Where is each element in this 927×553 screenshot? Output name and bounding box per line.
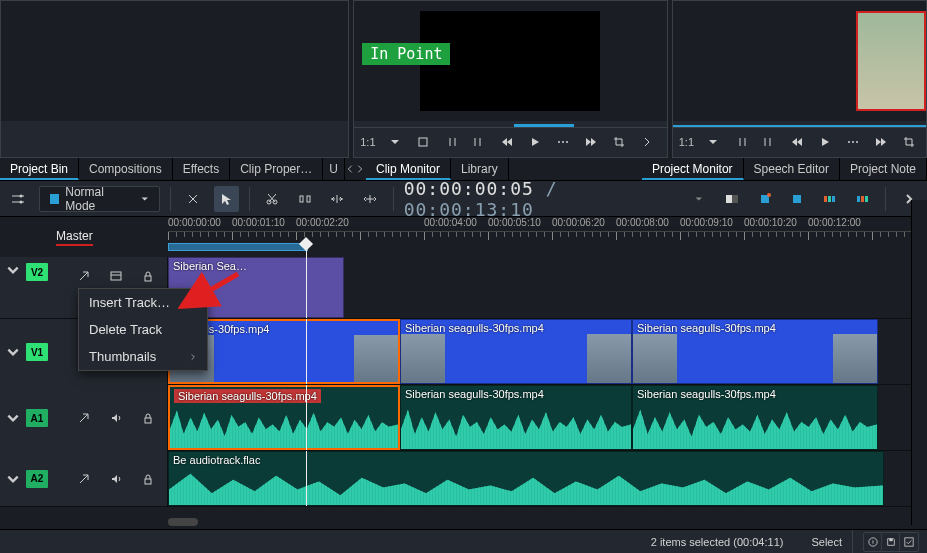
track-context-menu: Insert Track… Delete Track Thumbnails	[78, 288, 208, 371]
svg-rect-23	[865, 196, 868, 202]
edit-mode-select[interactable]: Normal Mode	[39, 186, 160, 212]
lock-icon[interactable]	[135, 263, 161, 289]
track-label: V2	[26, 263, 48, 281]
more-icon[interactable]	[552, 131, 574, 153]
tabs-next-icon[interactable]	[355, 158, 365, 180]
clip-monitor-ruler[interactable]	[354, 121, 666, 127]
rewind-icon[interactable]	[496, 131, 518, 153]
visibility-icon[interactable]	[103, 263, 129, 289]
timeline-clip[interactable]: Siberian seagulls-30fps.mp4	[632, 385, 878, 450]
project-bin-panel	[0, 0, 349, 158]
waveform	[633, 400, 877, 449]
playhead-line	[306, 257, 307, 318]
playhead-line	[306, 319, 307, 384]
ctx-thumbnails[interactable]: Thumbnails	[79, 343, 207, 370]
timeline-ruler[interactable]: 00:00:00:0000:00:01:1000:00:02:2000:00:0…	[168, 217, 927, 257]
mute-icon[interactable]	[103, 466, 129, 492]
svg-rect-22	[861, 196, 864, 202]
marker-back-icon[interactable]	[440, 131, 462, 153]
marker-fwd-icon[interactable]	[758, 131, 780, 153]
zone-tool-icon[interactable]	[719, 186, 744, 212]
zoom-label: 1:1	[360, 136, 375, 148]
lock-icon[interactable]	[135, 466, 161, 492]
palette-icon[interactable]	[818, 186, 843, 212]
play-icon[interactable]	[814, 131, 836, 153]
panel-next-icon[interactable]	[636, 131, 658, 153]
forward-icon[interactable]	[580, 131, 602, 153]
ctx-delete-track[interactable]: Delete Track	[79, 316, 207, 343]
favorite2-icon[interactable]	[785, 186, 810, 212]
tab-clip-properties[interactable]: Clip Proper…	[230, 158, 323, 180]
track-lane-v2[interactable]: Siberian Sea…	[168, 257, 927, 318]
timeline-horizontal-scrollbar[interactable]	[168, 517, 901, 527]
timeline-clip[interactable]: Siberian seagulls-30fps.mp4	[400, 319, 632, 384]
master-label[interactable]: Master	[56, 229, 93, 246]
clip-thumbnail	[401, 334, 445, 383]
forward-icon[interactable]	[870, 131, 892, 153]
tab-compositions[interactable]: Compositions	[79, 158, 173, 180]
chevron-down-icon[interactable]	[694, 194, 704, 204]
collapse-icon[interactable]	[6, 472, 20, 486]
tab-effects[interactable]: Effects	[173, 158, 230, 180]
svg-rect-13	[726, 195, 732, 203]
ctx-insert-track[interactable]: Insert Track…	[79, 289, 207, 316]
play-icon[interactable]	[524, 131, 546, 153]
save-icon[interactable]	[882, 533, 900, 551]
svg-rect-30	[905, 537, 913, 545]
insert-icon[interactable]	[325, 186, 350, 212]
effects-icon[interactable]	[71, 466, 97, 492]
zoom-dropdown-icon[interactable]	[702, 131, 724, 153]
ctx-label: Insert Track…	[89, 295, 170, 310]
collapse-icon[interactable]	[6, 411, 20, 425]
track-header-a1[interactable]: A1	[0, 385, 168, 451]
set-in-icon[interactable]	[412, 131, 434, 153]
ruler-label: 00:00:08:00	[616, 217, 669, 228]
razor-icon[interactable]	[181, 186, 206, 212]
marker-fwd-icon[interactable]	[468, 131, 490, 153]
timeline-clip[interactable]: Siberian seagulls-30fps.mp4	[168, 385, 400, 450]
tab-project-notes[interactable]: Project Note	[840, 158, 927, 180]
rewind-icon[interactable]	[786, 131, 808, 153]
timeline-master-header: Master	[0, 217, 168, 257]
crop-icon[interactable]	[608, 131, 630, 153]
spacer-icon[interactable]	[292, 186, 317, 212]
zoom-dropdown-icon[interactable]	[384, 131, 406, 153]
track-lane-a1[interactable]: Siberian seagulls-30fps.mp4Siberian seag…	[168, 385, 927, 450]
track-header-a2[interactable]: A2	[0, 451, 168, 506]
overwrite-icon[interactable]	[358, 186, 383, 212]
effects-icon[interactable]	[71, 263, 97, 289]
cut-icon[interactable]	[259, 186, 284, 212]
more-icon[interactable]	[842, 131, 864, 153]
tab-undo[interactable]: U	[323, 158, 345, 180]
timecode-display[interactable]: 00:00:00:05 / 00:00:13:10	[404, 178, 686, 220]
tab-speech-editor[interactable]: Speech Editor	[744, 158, 840, 180]
mute-icon[interactable]	[103, 405, 129, 431]
palette2-icon[interactable]	[851, 186, 876, 212]
ruler-label: 00:00:10:20	[744, 217, 797, 228]
checkbox-icon[interactable]	[900, 533, 918, 551]
info-icon[interactable]	[864, 533, 882, 551]
crop-icon[interactable]	[898, 131, 920, 153]
timeline-clip[interactable]: Be audiotrack.flac	[168, 451, 884, 506]
effects-icon[interactable]	[71, 405, 97, 431]
favorite1-icon[interactable]	[752, 186, 777, 212]
tab-project-bin[interactable]: Project Bin	[0, 158, 79, 180]
timeline-vertical-scrollbar[interactable]	[911, 200, 927, 525]
select-tool-icon[interactable]	[214, 186, 239, 212]
lock-icon[interactable]	[135, 405, 161, 431]
tabs-prev-icon[interactable]	[345, 158, 355, 180]
collapse-icon[interactable]	[6, 263, 20, 277]
track-label: A1	[26, 409, 48, 427]
track-lane-v1[interactable]: seagulls-30fps.mp4Siberian seagulls-30fp…	[168, 319, 927, 384]
svg-point-2	[562, 141, 564, 143]
timeline-clip[interactable]: Siberian seagulls-30fps.mp4	[400, 385, 632, 450]
track-lane-a2[interactable]: Be audiotrack.flac	[168, 451, 927, 506]
collapse-icon[interactable]	[6, 345, 20, 359]
zone-selection[interactable]	[168, 243, 308, 251]
track-a2: A2 Be audiotrack.flac	[0, 451, 927, 507]
project-monitor-ruler[interactable]	[673, 121, 926, 127]
timeline-clip[interactable]: Siberian seagulls-30fps.mp4	[632, 319, 878, 384]
settings-icon[interactable]	[6, 186, 31, 212]
svg-rect-29	[889, 538, 892, 541]
marker-back-icon[interactable]	[730, 131, 752, 153]
